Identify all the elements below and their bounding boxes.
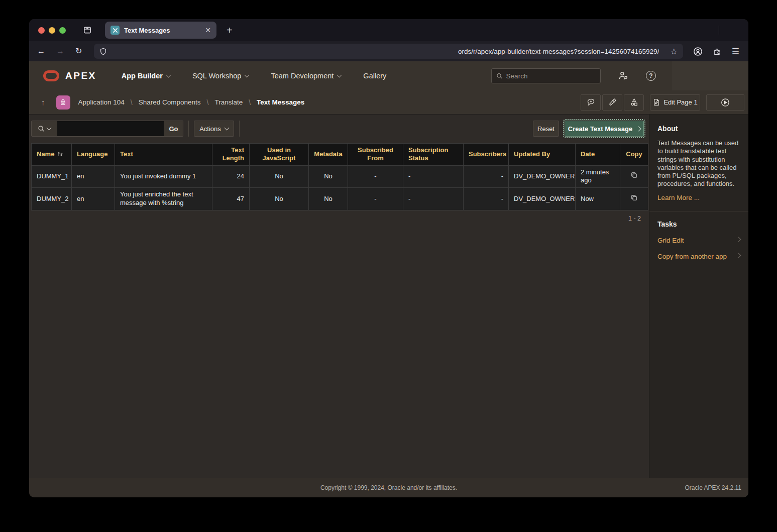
back-icon[interactable]: ← (37, 47, 45, 55)
search-icon (38, 125, 45, 132)
chevron-down-icon (47, 125, 52, 130)
column-header-date[interactable]: Date (576, 144, 620, 166)
column-header-text-length[interactable]: Text Length (212, 144, 250, 166)
breadcrumb-shared-components[interactable]: Shared Components (139, 98, 201, 106)
run-page-button[interactable] (706, 94, 744, 111)
table-header-row: NameLanguageTextText LengthUsed in JavaS… (32, 144, 648, 166)
nav-sql-workshop[interactable]: SQL Workshop (192, 72, 249, 80)
extensions-puzzle-icon[interactable] (713, 47, 722, 56)
apex-favicon-icon (110, 26, 120, 35)
minimize-window-button[interactable] (49, 27, 55, 34)
chevron-down-icon (337, 72, 342, 77)
breadcrumb-application[interactable]: Application 104 (78, 98, 125, 106)
cell-copy[interactable] (620, 188, 648, 210)
search-column-selector[interactable] (31, 121, 57, 137)
chevron-right-icon (736, 253, 741, 258)
column-header-text[interactable]: Text (115, 144, 212, 166)
cell-name[interactable]: DUMMY_2 (32, 188, 72, 210)
cell-updated-by: DV_DEMO_OWNER (509, 165, 576, 188)
create-text-message-button[interactable]: Create Text Message (565, 121, 644, 137)
breadcrumb-translate[interactable]: Translate (214, 98, 243, 106)
comment-plus-icon (587, 98, 595, 107)
shapes-icon (630, 98, 638, 107)
nav-app-builder[interactable]: App Builder (122, 72, 170, 80)
browser-toolbar-right: ☰ (693, 46, 739, 57)
sidebar-divider (649, 269, 748, 269)
nav-team-development[interactable]: Team Development (271, 72, 341, 80)
breadcrumb-bar: ↑ Application 104 \ Shared Components \ … (29, 90, 748, 115)
help-icon[interactable]: ? (646, 71, 656, 81)
shapes-components-button[interactable] (624, 94, 644, 111)
column-header-subscription-status[interactable]: Subscription Status (403, 144, 464, 166)
main-nav: App Builder SQL Workshop Team Developmen… (122, 72, 387, 80)
account-icon[interactable] (693, 47, 703, 56)
cell-copy[interactable] (620, 165, 648, 188)
column-header-used-in-javascript[interactable]: Used in JavaScript (250, 144, 309, 166)
close-tab-icon[interactable]: ✕ (205, 27, 211, 34)
table-row: DUMMY_2enYou just enriched the text mess… (32, 188, 648, 210)
menu-hamburger-icon[interactable]: ☰ (732, 46, 739, 57)
up-arrow-icon[interactable]: ↑ (41, 98, 45, 107)
learn-more-link[interactable]: Learn More ... (657, 194, 700, 201)
admin-wrench-icon[interactable] (618, 70, 629, 81)
new-tab-icon[interactable]: + (227, 25, 233, 36)
theme-roller-button[interactable] (602, 94, 622, 111)
reload-icon[interactable]: ↻ (75, 47, 82, 55)
library-icon[interactable] (83, 26, 92, 35)
cell-date: Now (576, 188, 620, 210)
pagination-label: 1 - 2 (31, 215, 648, 222)
cell-subscription-status: - (403, 188, 464, 210)
column-header-updated-by[interactable]: Updated By (509, 144, 576, 166)
table-row: DUMMY_1enYou just invoked dummy 124NoNo-… (32, 165, 648, 188)
user-menu-area[interactable] (672, 61, 748, 90)
go-button[interactable]: Go (164, 121, 183, 137)
browser-tab-bar: Text Messages ✕ + (29, 19, 748, 41)
tab-overflow-icon[interactable] (719, 26, 719, 35)
table-body: DUMMY_1enYou just invoked dummy 124NoNo-… (32, 165, 648, 210)
global-search-input[interactable] (506, 72, 596, 80)
cell-subscription-status: - (403, 165, 464, 188)
report-region: Go Actions Reset Create Text Message Nam… (29, 115, 649, 478)
column-header-copy[interactable]: Copy (620, 144, 648, 166)
cell-language: en (72, 188, 115, 210)
browser-window: Text Messages ✕ + ← → ↻ /ords/r/apex/app… (29, 19, 748, 497)
column-header-subscribed-from[interactable]: Subscribed From (348, 144, 403, 166)
close-window-button[interactable] (38, 27, 45, 34)
shield-icon[interactable] (99, 48, 107, 55)
cell-used-in-javascript: No (250, 188, 309, 210)
reset-button[interactable]: Reset (533, 121, 559, 137)
column-header-metadata[interactable]: Metadata (309, 144, 348, 166)
chevron-down-icon (224, 125, 229, 130)
version-text: Oracle APEX 24.2.11 (685, 484, 748, 491)
browser-nav-bar: ← → ↻ /ords/r/apex/app-builder/text-mess… (29, 41, 748, 61)
tasks-title: Tasks (657, 220, 740, 228)
global-search-box[interactable] (491, 68, 601, 83)
url-text[interactable]: /ords/r/apex/app-builder/text-messages?s… (109, 48, 659, 55)
right-sidebar: About Text Messages can be used to build… (649, 115, 748, 478)
column-header-language[interactable]: Language (72, 144, 115, 166)
report-search-input[interactable] (57, 121, 164, 137)
feedback-comment-button[interactable] (581, 94, 601, 111)
nav-gallery[interactable]: Gallery (363, 72, 386, 80)
url-bar[interactable]: /ords/r/apex/app-builder/text-messages?s… (94, 44, 683, 59)
zoom-window-button[interactable] (59, 27, 66, 34)
column-header-name[interactable]: Name (32, 144, 72, 166)
chevron-right-icon (636, 126, 641, 131)
browser-tab[interactable]: Text Messages ✕ (105, 22, 216, 39)
actions-button[interactable]: Actions (194, 121, 234, 137)
breadcrumb: Application 104 \ Shared Components \ Tr… (78, 98, 305, 107)
column-header-subscribers[interactable]: Subscribers (464, 144, 509, 166)
interactive-report-toolbar: Go Actions Reset Create Text Message (31, 121, 648, 137)
chevron-right-icon (736, 237, 741, 242)
task-copy-from-another-app[interactable]: Copy from another app (657, 253, 740, 260)
task-grid-edit[interactable]: Grid Edit (657, 237, 740, 244)
copy-icon[interactable] (630, 171, 638, 179)
edit-page-button[interactable]: Edit Page 1 (650, 94, 700, 111)
cell-name[interactable]: DUMMY_1 (32, 165, 72, 188)
cell-text-length: 24 (212, 165, 250, 188)
copy-icon[interactable] (630, 194, 638, 201)
cell-subscribed-from: - (348, 165, 403, 188)
application-icon[interactable] (56, 95, 70, 110)
bookmark-star-icon[interactable]: ☆ (670, 47, 677, 56)
apex-header: APEX App Builder SQL Workshop Team Devel… (29, 61, 748, 90)
